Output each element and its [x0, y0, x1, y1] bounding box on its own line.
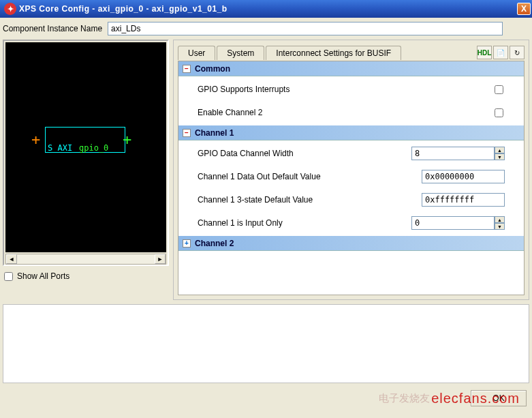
ok-button[interactable]: OK — [471, 390, 527, 406]
tab-content: − Common GPIO Supports Interrupts Enable… — [178, 61, 525, 295]
gpio-interrupts-label: GPIO Supports Interrupts — [198, 85, 495, 94]
description-textarea[interactable] — [3, 304, 529, 383]
watermark-cn: 电子发烧友 — [379, 392, 430, 405]
preview-panel: + S_AXI gpio_0 + ◄ ► Show All Ports — [3, 40, 169, 300]
spin-up-icon[interactable]: ▲ — [495, 147, 505, 153]
enable-ch2-label: Enable Channel 2 — [198, 108, 495, 117]
app-logo-icon: ✦ — [4, 3, 16, 15]
refresh-icon[interactable]: ↻ — [510, 46, 525, 59]
ch1-input-only-spinner[interactable]: ▲ ▼ — [411, 216, 505, 230]
section-common-header[interactable]: − Common — [178, 61, 524, 76]
tab-bar: User System Interconnect Settings for BU… — [178, 44, 525, 61]
port-label-gpio: gpio_0 — [79, 143, 108, 153]
section-common-body: GPIO Supports Interrupts Enable Channel … — [178, 76, 524, 125]
titlebar: ✦ XPS Core Config - axi_gpio_0 - axi_gpi… — [0, 0, 532, 18]
scroll-track[interactable] — [17, 254, 155, 264]
collapse-icon: − — [183, 65, 191, 73]
ch1-width-spinner[interactable]: ▲ ▼ — [411, 147, 505, 160]
section-channel1-body: GPIO Data Channel Width ▲ ▼ Channel 1 Da… — [178, 140, 524, 236]
section-channel2-title: Channel 2 — [195, 239, 234, 248]
tab-user[interactable]: User — [178, 46, 215, 60]
preview-horizontal-scrollbar[interactable]: ◄ ► — [5, 254, 166, 265]
instance-name-label: Component Instance Name — [3, 24, 102, 33]
instance-name-input[interactable] — [108, 22, 503, 35]
section-common-title: Common — [195, 64, 230, 74]
spin-up-icon[interactable]: ▲ — [495, 216, 505, 223]
expand-icon: + — [183, 239, 191, 248]
scroll-right-button[interactable]: ► — [155, 254, 166, 264]
show-all-ports-label: Show All Ports — [17, 271, 69, 281]
ch1-tristate-label: Channel 1 3-state Default Value — [198, 195, 422, 205]
close-button[interactable]: X — [517, 3, 531, 15]
input-port-icon: + — [31, 131, 40, 148]
section-channel1-header[interactable]: − Channel 1 — [178, 125, 524, 140]
ch1-width-input[interactable] — [411, 147, 495, 160]
datasheet-icon[interactable]: 📄 — [493, 46, 508, 59]
config-panel: User System Interconnect Settings for BU… — [173, 40, 529, 300]
spin-down-icon[interactable]: ▼ — [495, 223, 505, 230]
spin-down-icon[interactable]: ▼ — [495, 153, 505, 160]
port-label-saxi: S_AXI — [48, 143, 72, 153]
ch1-width-label: GPIO Data Channel Width — [198, 149, 411, 158]
enable-ch2-checkbox[interactable] — [495, 108, 503, 117]
tab-system[interactable]: System — [217, 46, 264, 60]
section-channel1-title: Channel 1 — [195, 128, 234, 138]
scroll-left-button[interactable]: ◄ — [6, 254, 17, 264]
gpio-interrupts-checkbox[interactable] — [495, 85, 503, 94]
dialog-button-row: 电子发烧友 OK elecfans.com — [0, 383, 532, 406]
hdl-button[interactable]: HDL — [477, 46, 492, 59]
section-channel2-header[interactable]: + Channel 2 — [178, 236, 524, 251]
tab-interconnect[interactable]: Interconnect Settings for BUSIF — [266, 46, 401, 60]
instance-name-row: Component Instance Name — [0, 18, 532, 40]
collapse-icon: − — [183, 129, 191, 137]
show-all-ports-checkbox[interactable] — [4, 272, 13, 281]
window-title: XPS Core Config - axi_gpio_0 - axi_gpio_… — [19, 4, 517, 14]
ch1-tristate-input[interactable] — [422, 193, 505, 207]
block-preview-canvas: + S_AXI gpio_0 + — [5, 42, 166, 252]
output-port-icon: + — [123, 131, 131, 148]
ch1-dout-input[interactable] — [422, 170, 505, 183]
ch1-input-only-input[interactable] — [411, 216, 495, 230]
ch1-dout-label: Channel 1 Data Out Default Value — [198, 172, 422, 181]
ch1-input-only-label: Channel 1 is Input Only — [198, 218, 411, 228]
